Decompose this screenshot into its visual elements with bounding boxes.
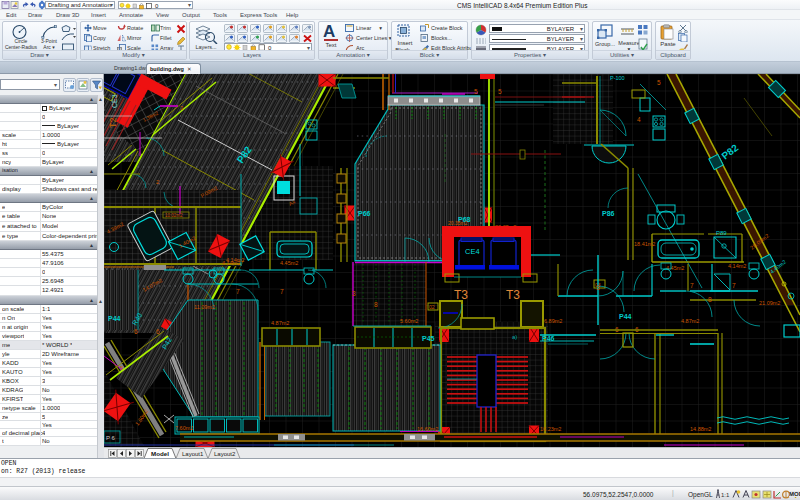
- svg-text:5: 5: [657, 79, 661, 86]
- svg-text:8: 8: [708, 296, 712, 303]
- svg-text:16.23m2: 16.23m2: [540, 426, 561, 432]
- svg-text:P44: P44: [108, 315, 121, 322]
- svg-text:21.09m2: 21.09m2: [759, 300, 780, 306]
- svg-text:4.87m2: 4.87m2: [271, 320, 289, 326]
- svg-text:P-100: P-100: [610, 75, 625, 81]
- svg-text:T3: T3: [506, 288, 520, 302]
- svg-text:20.35m2: 20.35m2: [448, 220, 468, 226]
- svg-text:Layout1: Layout1: [182, 451, 204, 457]
- svg-text:7: 7: [280, 288, 284, 295]
- svg-text:P 6: P 6: [106, 435, 116, 441]
- svg-text:4.87m2: 4.87m2: [681, 318, 699, 324]
- svg-text:4: 4: [637, 116, 641, 123]
- svg-text:5: 5: [498, 88, 502, 95]
- svg-text:4.14m2: 4.14m2: [222, 260, 240, 266]
- svg-text:7: 7: [236, 288, 240, 295]
- svg-text:4.45m2: 4.45m2: [280, 260, 298, 266]
- svg-text:CE3: CE3: [111, 94, 118, 108]
- svg-text:P44: P44: [619, 313, 632, 320]
- svg-text:5: 5: [474, 88, 478, 95]
- svg-text:CE4: CE4: [465, 247, 480, 256]
- svg-text:16.60m2: 16.60m2: [417, 426, 438, 432]
- svg-text:4.14m2: 4.14m2: [728, 263, 746, 269]
- svg-text:6.89m2: 6.89m2: [544, 318, 562, 324]
- svg-text:6: 6: [134, 328, 138, 335]
- svg-text:14.88m2: 14.88m2: [690, 426, 711, 432]
- svg-text:3: 3: [596, 284, 600, 291]
- svg-text:P89: P89: [716, 230, 727, 236]
- svg-text:10.02m2: 10.02m2: [165, 213, 183, 218]
- svg-text:Model: Model: [151, 450, 169, 457]
- svg-text:6: 6: [156, 328, 160, 335]
- svg-text:T3: T3: [454, 288, 468, 302]
- svg-text:18.41m2: 18.41m2: [634, 241, 655, 247]
- svg-text:8: 8: [374, 301, 378, 308]
- svg-text:a): a): [512, 334, 517, 340]
- svg-text:5.60m2: 5.60m2: [400, 318, 418, 324]
- svg-text:7: 7: [732, 282, 736, 289]
- svg-text:P86: P86: [602, 210, 615, 217]
- svg-text:7: 7: [690, 282, 694, 289]
- svg-text:3: 3: [352, 290, 356, 297]
- svg-text:7.60m2: 7.60m2: [175, 425, 193, 431]
- svg-text:P45: P45: [422, 335, 435, 342]
- svg-text:11.09m2: 11.09m2: [194, 304, 215, 310]
- svg-text:P66: P66: [358, 210, 371, 217]
- svg-text:Layout2: Layout2: [214, 451, 236, 457]
- svg-text:02: 02: [429, 304, 435, 310]
- svg-text:1:1: 1:1: [721, 492, 730, 498]
- svg-text:T2: T2: [108, 117, 118, 128]
